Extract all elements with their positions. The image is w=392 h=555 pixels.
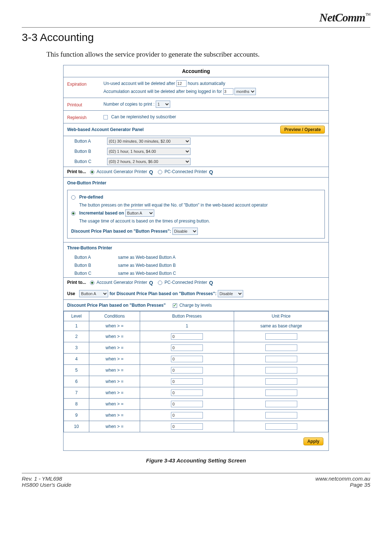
th-conditions: Conditions bbox=[89, 311, 140, 321]
brand-tm: TM bbox=[366, 12, 370, 16]
discount-title-row: Discount Price Plan based on "Button Pre… bbox=[64, 299, 328, 311]
incremental-select[interactable]: Button A bbox=[125, 209, 154, 217]
threebtn-name: Button C bbox=[74, 271, 118, 276]
cell-price bbox=[234, 342, 328, 354]
cell-cond: when > = bbox=[89, 410, 140, 421]
cell-level: 4 bbox=[64, 354, 89, 365]
webgen-printto-label: Print to... bbox=[67, 169, 86, 174]
replenish-checkbox[interactable] bbox=[103, 115, 108, 119]
webgen-radio1-text: Account Generator Printer bbox=[97, 169, 147, 174]
table-row: 6 when > = bbox=[64, 376, 328, 387]
cell-cond: when > = bbox=[89, 399, 140, 410]
magnifier-icon[interactable]: Q bbox=[209, 169, 213, 175]
onebutton-radio-predefined[interactable] bbox=[71, 195, 75, 200]
cell-presses bbox=[140, 410, 234, 421]
cell-price: same as base charge bbox=[234, 321, 328, 331]
presses-input[interactable] bbox=[171, 423, 203, 430]
divider-bottom bbox=[22, 473, 370, 473]
cell-price bbox=[234, 365, 328, 376]
cell-level: 7 bbox=[64, 387, 89, 399]
price-input[interactable] bbox=[265, 367, 297, 374]
threebtn-text: same as Web-based Button B bbox=[118, 263, 176, 268]
presses-input[interactable] bbox=[171, 356, 203, 362]
intro-text: This function allows the service provide… bbox=[46, 50, 370, 58]
expiration-label: Expiration bbox=[67, 79, 103, 87]
price-input[interactable] bbox=[265, 378, 297, 385]
apply-button[interactable]: Apply bbox=[303, 437, 323, 445]
webgen-radio-account-generator[interactable] bbox=[90, 170, 94, 174]
webgen-button-select[interactable]: (01) 30 minutes, 30 minutes, $2.00 bbox=[107, 138, 191, 145]
price-input[interactable] bbox=[265, 389, 297, 396]
magnifier-icon[interactable]: Q bbox=[149, 280, 153, 286]
price-input[interactable] bbox=[265, 423, 297, 430]
replenish-text: Can be replenished by subscriber bbox=[111, 114, 176, 119]
threebtn-radio-account-generator[interactable] bbox=[90, 281, 94, 285]
cell-level: 5 bbox=[64, 365, 89, 376]
price-input[interactable] bbox=[265, 333, 297, 340]
divider-top bbox=[22, 27, 370, 28]
expiration-loggedin-input[interactable] bbox=[223, 88, 233, 95]
magnifier-icon[interactable]: Q bbox=[149, 169, 153, 175]
threebtn-name: Button B bbox=[74, 263, 118, 268]
presses-input[interactable] bbox=[171, 333, 203, 340]
cell-price bbox=[234, 421, 328, 432]
cell-cond: when > = bbox=[89, 421, 140, 432]
printout-copies-select[interactable]: 1 bbox=[156, 101, 170, 108]
expiration-unit-select[interactable]: months bbox=[234, 88, 256, 95]
cell-presses bbox=[140, 387, 234, 399]
cell-presses bbox=[140, 421, 234, 432]
cell-cond: when > = bbox=[89, 376, 140, 387]
table-row: 10 when > = bbox=[64, 421, 328, 432]
magnifier-icon[interactable]: Q bbox=[209, 280, 213, 286]
section-heading: 3-3 Accounting bbox=[22, 31, 370, 44]
webgen-button-select[interactable]: (02) 1 hour, 1 hours, $4.00 bbox=[107, 148, 191, 155]
webgen-button-row: Button B (02) 1 hour, 1 hours, $4.00 bbox=[64, 146, 328, 156]
webgen-radio2-text: PC-Connected Printer bbox=[164, 169, 207, 174]
charge-by-levels-checkbox[interactable] bbox=[173, 303, 177, 308]
onebutton-title: One-Button Printer bbox=[64, 177, 328, 188]
webgen-button-select[interactable]: (03) 2 hours, 2 hours, $6.00 bbox=[107, 158, 191, 165]
table-row: 9 when > = bbox=[64, 410, 328, 421]
expiration-line1a: Un-used account will be deleted after bbox=[103, 81, 175, 86]
apply-row: Apply bbox=[64, 432, 328, 450]
footer-left2: HS800 User's Guide bbox=[22, 482, 71, 488]
price-input[interactable] bbox=[265, 344, 297, 351]
th-presses: Button Presses bbox=[140, 311, 234, 321]
expiration-body: Un-used account will be deleted after ho… bbox=[103, 79, 325, 95]
presses-input[interactable] bbox=[171, 344, 203, 351]
use-disable-select[interactable]: Disable bbox=[218, 290, 243, 297]
cell-level: 9 bbox=[64, 410, 89, 421]
panel-title: Accounting bbox=[64, 65, 328, 77]
expiration-hours-input[interactable] bbox=[176, 80, 187, 87]
presses-input[interactable] bbox=[171, 367, 203, 374]
price-input[interactable] bbox=[265, 356, 297, 362]
presses-input[interactable] bbox=[171, 401, 203, 407]
price-input[interactable] bbox=[265, 401, 297, 407]
webgen-title: Web-based Account Generator Panel bbox=[67, 127, 144, 132]
price-input[interactable] bbox=[265, 412, 297, 419]
cell-cond: when > = bbox=[89, 321, 140, 331]
brand-logo: NetComm TM bbox=[319, 11, 370, 24]
cell-presses bbox=[140, 399, 234, 410]
cell-level: 1 bbox=[64, 321, 89, 331]
cell-presses bbox=[140, 354, 234, 365]
presses-input[interactable] bbox=[171, 412, 203, 419]
threebtn-text: same as Web-based Button A bbox=[118, 255, 176, 260]
webgen-button-row: Button C (03) 2 hours, 2 hours, $6.00 bbox=[64, 156, 328, 167]
preview-operate-button[interactable]: Preview / Operate bbox=[280, 126, 325, 134]
webgen-radio-pc-connected[interactable] bbox=[158, 170, 162, 174]
cell-cond: when > = bbox=[89, 331, 140, 342]
threebtn-radio-pc-connected[interactable] bbox=[158, 281, 162, 285]
presses-input[interactable] bbox=[171, 378, 203, 385]
use-select[interactable]: Button A bbox=[79, 290, 108, 297]
onebutton-radio-incremental[interactable] bbox=[71, 211, 75, 216]
threebtn-print-row: Print to... Account Generator Printer Q … bbox=[64, 277, 328, 288]
presses-input[interactable] bbox=[171, 389, 203, 396]
cell-level: 10 bbox=[64, 421, 89, 432]
expiration-line2a: Accumulation account will be deleted aft… bbox=[103, 89, 222, 94]
replenish-body: Can be replenished by subscriber bbox=[103, 113, 325, 121]
onebutton-discount-label: Discount Price Plan based on "Button Pre… bbox=[71, 229, 171, 234]
brand-logo-row: NetComm TM bbox=[22, 11, 370, 27]
onebutton-discount-select[interactable]: Disable bbox=[172, 228, 198, 235]
cell-price bbox=[234, 410, 328, 421]
